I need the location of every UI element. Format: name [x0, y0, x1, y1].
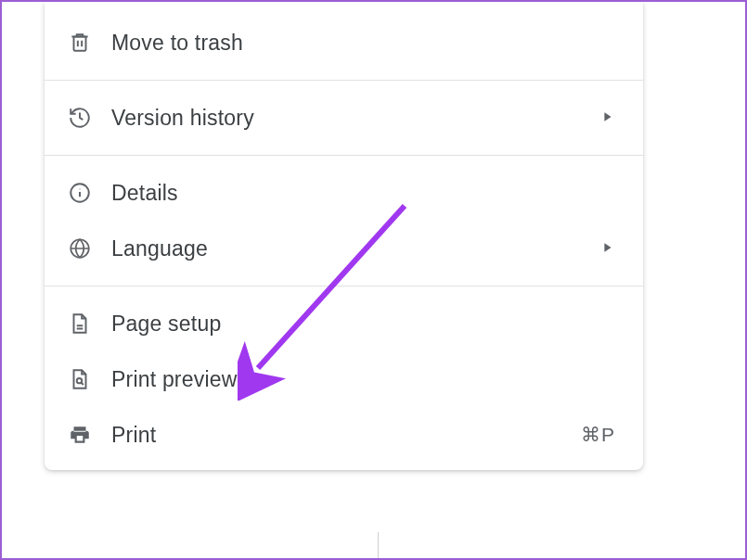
submenu-arrow-icon: [602, 241, 613, 256]
menu-item-version-history[interactable]: Version history: [45, 90, 643, 146]
menu-item-print[interactable]: Print ⌘P: [45, 407, 643, 463]
menu-divider: [45, 80, 643, 81]
menu-divider: [45, 155, 643, 156]
menu-item-label: Version history: [111, 106, 602, 131]
menu-item-label: Language: [111, 236, 602, 261]
preview-icon: [67, 366, 93, 392]
svg-point-3: [77, 378, 82, 383]
menu-item-label: Print: [111, 423, 581, 448]
menu-divider: [45, 286, 643, 286]
menu-item-move-to-trash[interactable]: Move to trash: [45, 15, 643, 70]
svg-rect-0: [74, 37, 86, 51]
keyboard-shortcut: ⌘P: [581, 424, 615, 446]
history-icon: [67, 105, 93, 131]
printer-icon: [67, 422, 93, 448]
submenu-arrow-icon: [602, 110, 613, 125]
menu-item-language[interactable]: Language: [45, 221, 643, 276]
menu-item-label: Print preview: [111, 367, 621, 392]
page-icon: [67, 311, 93, 337]
menu-item-print-preview[interactable]: Print preview: [45, 351, 643, 407]
trash-icon: [67, 30, 93, 56]
info-icon: [67, 180, 93, 206]
menu-item-details[interactable]: Details: [45, 165, 643, 221]
globe-icon: [67, 235, 93, 261]
menu-item-label: Move to trash: [111, 31, 621, 56]
menu-item-label: Page setup: [111, 312, 621, 337]
menu-item-label: Details: [111, 181, 621, 206]
menu-item-page-setup[interactable]: Page setup: [45, 296, 643, 351]
file-menu-dropdown: Move to trash Version history Details: [45, 2, 643, 470]
